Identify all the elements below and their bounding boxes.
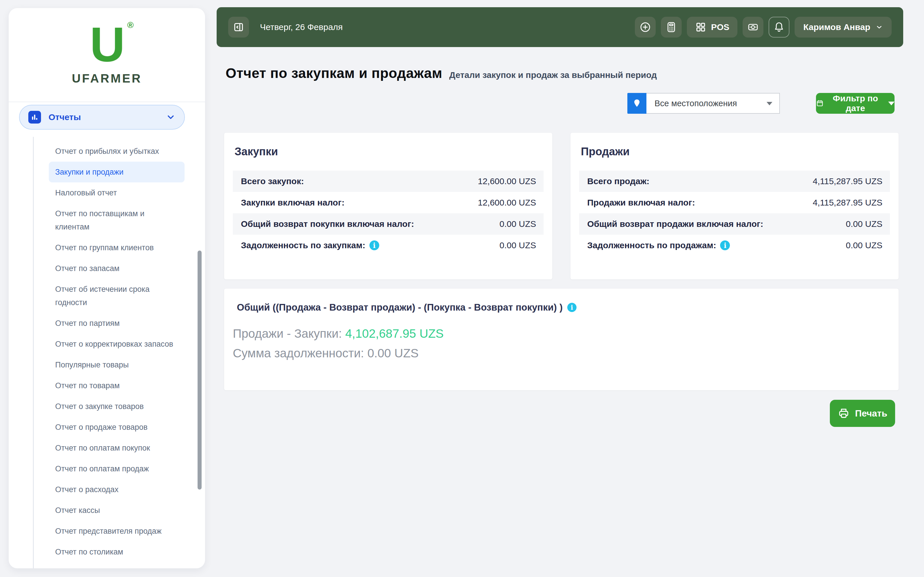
purchases-rows: Всего закупок: 12,600.00 UZS Закупки вкл… (224, 171, 552, 256)
row-label: Общий возврат покупки включая налог: (241, 219, 414, 229)
sidebar-item-sales-rep-report[interactable]: Отчет представителя продаж (49, 521, 184, 542)
chevron-down-icon (166, 112, 176, 122)
row-value: 0.00 UZS (846, 219, 882, 229)
bar-chart-icon (28, 111, 41, 124)
sidebar-divider (9, 102, 205, 102)
info-icon[interactable] (370, 240, 379, 250)
sidebar-scrollbar[interactable] (197, 251, 202, 490)
sidebar-item-batches-report[interactable]: Отчет по партиям (49, 313, 184, 334)
table-row: Всего продаж: 4,115,287.95 UZS (579, 171, 890, 192)
user-menu[interactable]: Каримов Анвар (795, 17, 892, 37)
pos-button[interactable]: POS (687, 17, 737, 37)
logo-mark: U ® (90, 20, 124, 69)
calculator-icon (665, 21, 677, 33)
sidebar-item-stock-adjustments-report[interactable]: Отчет о корректировках запасов (49, 334, 184, 355)
chevron-down-icon (876, 23, 883, 31)
row-value: 0.00 UZS (846, 240, 882, 250)
sidebar-item-cash-register-report[interactable]: Отчет кассы (49, 500, 184, 521)
caret-down-icon (888, 102, 895, 105)
print-button[interactable]: Печать (830, 400, 895, 427)
printer-icon (838, 407, 850, 419)
print-button-label: Печать (855, 408, 887, 419)
table-row: Общий возврат продажи включая налог: 0.0… (579, 213, 890, 235)
sidebar-section-reports[interactable]: Отчеты (19, 105, 185, 130)
row-label: Задолженность по закупкам: (241, 240, 379, 250)
sidebar-item-sales-payments-report[interactable]: Отчет по оплатам продаж (49, 458, 184, 479)
purchases-card-title: Закупки (234, 145, 552, 158)
sales-card: Продажи Всего продаж: 4,115,287.95 UZS П… (570, 133, 898, 279)
row-label-text: Задолженность по закупкам: (241, 240, 365, 250)
row-value: 4,115,287.95 UZS (813, 176, 882, 186)
row-label: Закупки включая налог: (241, 198, 344, 208)
purchases-card: Закупки Всего закупок: 12,600.00 UZS Зак… (224, 133, 552, 279)
page-title: Отчет по закупкам и продажам (226, 65, 442, 81)
sidebar-item-suppliers-clients-report[interactable]: Отчет по поставщикам и клиентам (49, 203, 184, 237)
sidebar-item-tables-report[interactable]: Отчет по столикам (49, 542, 184, 562)
table-row: Закупки включая налог: 12,600.00 UZS (233, 192, 544, 213)
sidebar: U ® UFARMER Отчеты Отчет о прибылях и уб… (9, 8, 205, 568)
row-value: 0.00 UZS (499, 219, 536, 229)
info-icon[interactable] (720, 240, 730, 250)
sidebar-item-client-groups-report[interactable]: Отчет по группам клиентов (49, 237, 184, 258)
summary-diff-line: Продажи - Закупки: 4,102,687.95 UZS (233, 327, 898, 341)
sidebar-item-expenses-report[interactable]: Отчет о расходах (49, 479, 184, 500)
table-row: Продажи включая налог: 4,115,287.95 UZS (579, 192, 890, 213)
page-head: Отчет по закупкам и продажам Детали заку… (226, 65, 657, 81)
table-row: Всего закупок: 12,600.00 UZS (233, 171, 544, 192)
grid-icon (695, 21, 706, 33)
collapse-sidebar-button[interactable] (228, 17, 249, 37)
logo: U ® UFARMER (9, 8, 205, 85)
sidebar-item-tax-report[interactable]: Налоговый отчет (49, 182, 184, 203)
summary-debt-line: Сумма задолженности: 0.00 UZS (233, 347, 898, 360)
sidebar-item-expiry-report[interactable]: Отчет об истечении срока годности (49, 279, 184, 313)
add-button[interactable] (635, 17, 656, 37)
summary-title: Общий ((Продажа - Возврат продажи) - (По… (237, 302, 898, 313)
current-date: Четверг, 26 Февраля (260, 22, 343, 32)
summary-card: Общий ((Продажа - Возврат продажи) - (По… (224, 288, 898, 390)
page-subtitle: Детали закупок и продаж за выбранный пер… (449, 70, 657, 80)
summary-title-text: Общий ((Продажа - Возврат продажи) - (По… (237, 302, 563, 313)
calendar-icon (816, 99, 824, 108)
bell-icon (773, 21, 785, 33)
sidebar-item-product-purchase-report[interactable]: Отчет о закупке товаров (49, 396, 184, 417)
summary-diff-label: Продажи - Закупки: (233, 327, 342, 340)
location-select-field[interactable]: Все местоположения (646, 93, 780, 114)
pos-label: POS (711, 22, 729, 32)
plus-circle-icon (639, 21, 651, 33)
sidebar-item-purchases-and-sales[interactable]: Закупки и продажи (49, 162, 184, 182)
sidebar-item-stock-report[interactable]: Отчет по запасам (49, 258, 184, 279)
sales-card-title: Продажи (581, 145, 898, 158)
calculator-button[interactable] (661, 17, 682, 37)
select-caret-icon (767, 102, 772, 105)
sidebar-item-profit-loss-report[interactable]: Отчет о прибылях и убытках (49, 141, 184, 162)
collapse-sidebar-icon (233, 21, 244, 33)
summary-diff-value: 4,102,687.95 UZS (345, 327, 444, 340)
table-row: Общий возврат покупки включая налог: 0.0… (233, 213, 544, 235)
location-pin-icon (627, 93, 646, 114)
registered-mark: ® (128, 21, 134, 29)
sales-rows: Всего продаж: 4,115,287.95 UZS Продажи в… (570, 171, 898, 256)
sidebar-item-service-staff-report[interactable]: Отчет по обслуживающему (49, 562, 184, 568)
info-icon[interactable] (567, 303, 577, 312)
row-label: Продажи включая налог: (587, 198, 695, 208)
user-name: Каримов Анвар (803, 22, 870, 32)
sidebar-item-product-sales-report[interactable]: Отчет о продаже товаров (49, 417, 184, 438)
sidebar-item-products-report[interactable]: Отчет по товарам (49, 375, 184, 396)
location-select[interactable]: Все местоположения (627, 93, 780, 114)
top-bar: Четверг, 26 Февраля POS (216, 7, 903, 47)
row-label-text: Задолженность по продажам: (587, 240, 716, 250)
sidebar-section-label: Отчеты (48, 112, 81, 122)
banknote-icon (747, 21, 759, 33)
cash-button[interactable] (743, 17, 763, 37)
date-filter-button[interactable]: Фильтр по дате (816, 93, 895, 114)
sidebar-menu: Отчет о прибылях и убытках Закупки и про… (33, 137, 195, 568)
row-label: Всего закупок: (241, 176, 304, 186)
table-row: Задолженность по закупкам: 0.00 UZS (233, 235, 544, 256)
notifications-button[interactable] (769, 17, 789, 37)
sidebar-item-purchase-payments-report[interactable]: Отчет по оплатам покупок (49, 438, 184, 458)
sidebar-item-popular-products[interactable]: Популярные товары (49, 355, 184, 375)
logo-u-icon: U (90, 17, 124, 72)
row-value: 12,600.00 UZS (478, 198, 536, 208)
logo-wordmark: UFARMER (9, 72, 205, 85)
row-label: Задолженность по продажам: (587, 240, 730, 250)
